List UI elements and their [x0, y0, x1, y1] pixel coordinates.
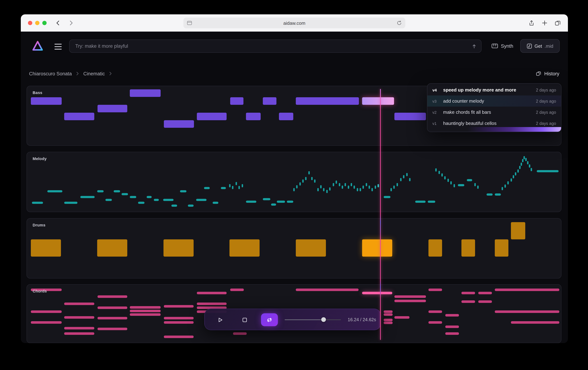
- chords-note-clip[interactable]: [197, 303, 227, 305]
- melody-note-clip[interactable]: [403, 175, 404, 178]
- bass-note-clip[interactable]: [279, 113, 293, 120]
- bass-note-clip[interactable]: [164, 120, 194, 128]
- melody-note-clip[interactable]: [515, 172, 516, 175]
- melody-note-clip[interactable]: [242, 184, 243, 187]
- playhead[interactable]: [380, 89, 381, 340]
- melody-note-clip[interactable]: [477, 185, 479, 189]
- melody-note-clip[interactable]: [171, 205, 177, 207]
- close-window-button[interactable]: [28, 21, 32, 25]
- chords-note-clip[interactable]: [130, 313, 161, 316]
- melody-note-clip[interactable]: [296, 185, 298, 188]
- melody-note-clip[interactable]: [527, 161, 528, 164]
- bass-note-clip[interactable]: [246, 113, 261, 120]
- melody-note-clip[interactable]: [339, 183, 340, 186]
- chords-note-clip[interactable]: [97, 295, 127, 298]
- history-item-v2[interactable]: v2 make chords fit all bars 2 days ago: [427, 107, 561, 118]
- chords-note-clip[interactable]: [31, 310, 62, 313]
- melody-note-clip[interactable]: [263, 198, 270, 200]
- melody-note-clip[interactable]: [64, 202, 77, 204]
- melody-note-clip[interactable]: [163, 199, 174, 201]
- drums-note-clip[interactable]: [230, 239, 260, 257]
- melody-note-clip[interactable]: [277, 201, 285, 203]
- bass-note-clip[interactable]: [31, 97, 62, 105]
- chords-note-clip[interactable]: [511, 321, 559, 324]
- melody-note-clip[interactable]: [80, 196, 95, 198]
- history-button[interactable]: History: [536, 70, 559, 77]
- seek-slider-knob[interactable]: [321, 317, 326, 322]
- chords-note-clip[interactable]: [429, 289, 442, 291]
- melody-note-clip[interactable]: [467, 179, 472, 181]
- chords-note-clip[interactable]: [394, 300, 426, 302]
- melody-note-clip[interactable]: [502, 187, 503, 190]
- chords-note-clip[interactable]: [230, 289, 244, 291]
- melody-note-clip[interactable]: [308, 171, 310, 174]
- melody-note-clip[interactable]: [522, 159, 524, 162]
- bass-note-clip[interactable]: [64, 113, 94, 120]
- melody-note-clip[interactable]: [351, 183, 352, 186]
- submit-prompt-icon[interactable]: [472, 44, 477, 49]
- breadcrumb-project[interactable]: Chiaroscuro Sonata: [29, 71, 72, 76]
- zoom-window-button[interactable]: [42, 21, 47, 25]
- melody-note-clip[interactable]: [342, 185, 343, 189]
- melody-note-clip[interactable]: [378, 184, 379, 187]
- minimize-window-button[interactable]: [35, 21, 40, 25]
- melody-note-clip[interactable]: [326, 190, 328, 193]
- melody-note-clip[interactable]: [444, 176, 446, 179]
- chords-note-clip[interactable]: [164, 321, 194, 324]
- melody-note-clip[interactable]: [406, 173, 408, 176]
- play-button[interactable]: [214, 314, 226, 326]
- melody-note-clip[interactable]: [513, 175, 514, 178]
- melody-note-clip[interactable]: [47, 190, 62, 192]
- drums-note-clip[interactable]: [511, 222, 525, 239]
- tab-overview-icon[interactable]: [555, 20, 561, 26]
- chords-note-clip[interactable]: [97, 306, 127, 309]
- chords-note-clip[interactable]: [97, 317, 127, 319]
- drums-note-clip[interactable]: [164, 239, 194, 257]
- melody-note-clip[interactable]: [362, 185, 364, 189]
- melody-note-clip[interactable]: [320, 185, 322, 188]
- chords-note-clip[interactable]: [495, 289, 559, 291]
- melody-note-clip[interactable]: [323, 188, 325, 191]
- melody-note-clip[interactable]: [221, 187, 226, 189]
- chords-note-clip[interactable]: [394, 316, 410, 319]
- melody-note-clip[interactable]: [474, 183, 476, 186]
- melody-note-clip[interactable]: [529, 164, 530, 168]
- history-item-v3[interactable]: v3 add counter melody 2 days ago: [427, 96, 561, 107]
- chords-note-clip[interactable]: [31, 321, 62, 324]
- chords-note-clip[interactable]: [164, 305, 194, 307]
- melody-note-clip[interactable]: [415, 201, 426, 203]
- melody-note-clip[interactable]: [354, 185, 355, 189]
- synth-selector[interactable]: Synth: [492, 42, 513, 50]
- chords-note-clip[interactable]: [64, 332, 94, 335]
- melody-note-clip[interactable]: [213, 202, 218, 204]
- bass-note-clip[interactable]: [296, 97, 359, 105]
- new-tab-icon[interactable]: [542, 20, 547, 26]
- melody-note-clip[interactable]: [130, 196, 136, 198]
- melody-note-clip[interactable]: [229, 184, 231, 187]
- melody-note-clip[interactable]: [441, 173, 443, 176]
- melody-note-clip[interactable]: [232, 186, 233, 189]
- chords-note-clip[interactable]: [233, 332, 247, 335]
- melody-note-clip[interactable]: [32, 202, 43, 204]
- melody-note-clip[interactable]: [180, 190, 187, 192]
- bass-note-clip[interactable]: [230, 97, 243, 105]
- chords-note-clip[interactable]: [462, 292, 475, 294]
- melody-note-clip[interactable]: [333, 183, 334, 186]
- chords-note-clip[interactable]: [429, 310, 442, 313]
- melody-note-clip[interactable]: [138, 202, 145, 204]
- melody-note-clip[interactable]: [439, 171, 440, 174]
- chords-note-clip[interactable]: [384, 313, 393, 316]
- melody-note-clip[interactable]: [271, 204, 276, 206]
- melody-note-clip[interactable]: [390, 188, 392, 191]
- melody-note-clip[interactable]: [348, 185, 349, 189]
- melody-note-clip[interactable]: [114, 190, 120, 192]
- chords-note-clip[interactable]: [130, 310, 161, 312]
- melody-note-clip[interactable]: [375, 185, 376, 189]
- menu-icon[interactable]: [54, 44, 62, 51]
- chords-note-clip[interactable]: [64, 327, 94, 329]
- drums-note-clip[interactable]: [462, 239, 475, 257]
- melody-note-clip[interactable]: [122, 193, 128, 195]
- melody-note-clip[interactable]: [371, 188, 373, 191]
- chords-note-clip[interactable]: [445, 326, 459, 328]
- melody-note-clip[interactable]: [105, 199, 112, 201]
